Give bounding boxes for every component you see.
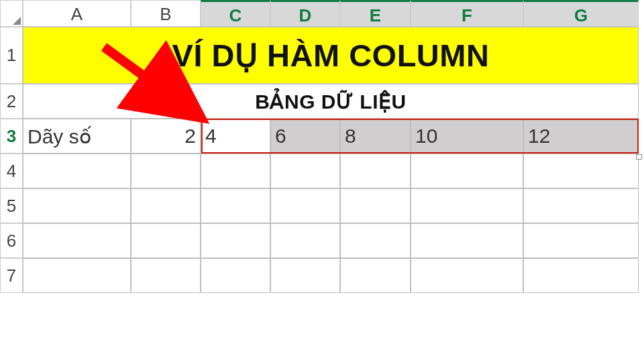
cell-B5[interactable] [131, 188, 201, 223]
cell-D3[interactable]: 6 [270, 119, 340, 154]
col-header-G[interactable]: G [523, 0, 639, 27]
cell-E6[interactable] [340, 223, 411, 258]
cell-A1-title[interactable]: VÍ DỤ HÀM COLUMN [23, 27, 639, 84]
row-header-2[interactable]: 2 [0, 84, 23, 119]
cell-D4[interactable] [270, 154, 340, 188]
cell-B6[interactable] [131, 223, 201, 258]
cell-D6[interactable] [270, 223, 340, 258]
cell-B7[interactable] [131, 258, 201, 293]
cell-E7[interactable] [340, 258, 411, 293]
cell-G5[interactable] [523, 188, 639, 223]
cell-A5[interactable] [23, 188, 131, 223]
row-header-1[interactable]: 1 [0, 27, 23, 84]
cell-A7[interactable] [23, 258, 131, 293]
row-header-7[interactable]: 7 [0, 258, 23, 293]
row-header-4[interactable]: 4 [0, 154, 23, 188]
cell-D7[interactable] [270, 258, 340, 293]
select-all-corner[interactable] [0, 0, 23, 27]
cell-D5[interactable] [270, 188, 340, 223]
cell-F6[interactable] [411, 223, 523, 258]
subtitle-text: BẢNG DỮ LIỆU [255, 90, 406, 113]
cell-C4[interactable] [201, 154, 270, 188]
cell-A2-subtitle[interactable]: BẢNG DỮ LIỆU [23, 84, 639, 119]
cell-C6[interactable] [201, 223, 270, 258]
cell-G4[interactable] [523, 154, 639, 188]
cell-F7[interactable] [411, 258, 523, 293]
col-header-C[interactable]: C [201, 0, 270, 27]
cell-C3[interactable]: 4 [201, 119, 270, 154]
title-text: VÍ DỤ HÀM COLUMN [172, 37, 490, 74]
col-header-D[interactable]: D [270, 0, 340, 27]
cell-G3[interactable]: 12 [523, 119, 639, 154]
cell-A4[interactable] [23, 154, 131, 188]
cell-G6[interactable] [523, 223, 639, 258]
col-header-A[interactable]: A [23, 0, 131, 27]
cell-A6[interactable] [23, 223, 131, 258]
cell-E5[interactable] [340, 188, 411, 223]
row-header-3[interactable]: 3 [0, 119, 23, 154]
spreadsheet-grid: A B C D E F G 1 VÍ DỤ HÀM COLUMN 2 BẢNG … [0, 0, 644, 293]
cell-F3[interactable]: 10 [411, 119, 523, 154]
cell-G7[interactable] [523, 258, 639, 293]
cell-E4[interactable] [340, 154, 411, 188]
cell-B4[interactable] [131, 154, 201, 188]
cell-F5[interactable] [411, 188, 523, 223]
cell-F4[interactable] [411, 154, 523, 188]
cell-B3[interactable]: 2 [131, 119, 201, 154]
cell-C5[interactable] [201, 188, 270, 223]
cell-C7[interactable] [201, 258, 270, 293]
cell-E3[interactable]: 8 [340, 119, 411, 154]
cell-A3[interactable]: Dãy số [23, 119, 131, 154]
row-header-6[interactable]: 6 [0, 223, 23, 258]
col-header-E[interactable]: E [340, 0, 411, 27]
row-header-5[interactable]: 5 [0, 188, 23, 223]
col-header-F[interactable]: F [411, 0, 523, 27]
col-header-B[interactable]: B [131, 0, 201, 27]
